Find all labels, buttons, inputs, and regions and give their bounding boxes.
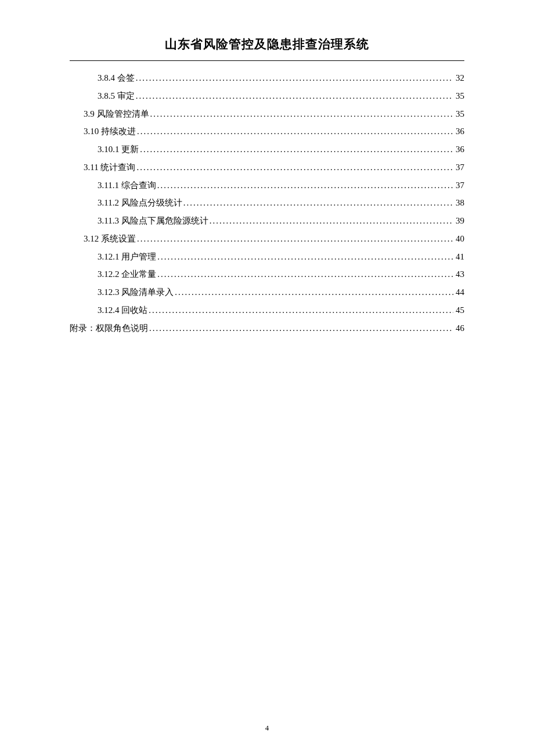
page-number: 4 — [0, 723, 534, 733]
toc-entry-label: 附录：权限角色说明 — [70, 319, 148, 337]
toc-entry-page: 37 — [453, 177, 464, 195]
toc-entry-label: 3.12.2 企业常量 — [98, 265, 156, 283]
toc-entry-page: 40 — [453, 230, 464, 248]
toc-entry-label: 3.11 统计查询 — [84, 159, 135, 177]
toc-leader-dots — [208, 212, 453, 230]
toc-entry[interactable]: 3.11.3 风险点下属危险源统计39 — [70, 212, 464, 230]
toc-leader-dots — [136, 230, 453, 248]
toc-leader-dots — [135, 87, 453, 105]
toc-entry[interactable]: 3.12.1 用户管理41 — [70, 248, 464, 266]
toc-entry-page: 38 — [453, 194, 464, 212]
toc-entry[interactable]: 附录：权限角色说明46 — [70, 319, 464, 337]
document-title: 山东省风险管控及隐患排查治理系统 — [70, 36, 464, 52]
toc-entry-page: 39 — [453, 212, 464, 230]
toc-entry-label: 3.8.5 审定 — [98, 87, 135, 105]
toc-entry[interactable]: 3.10.1 更新36 — [70, 141, 464, 159]
toc-entry-label: 3.12 系统设置 — [84, 230, 136, 248]
toc-leader-dots — [174, 283, 453, 301]
toc-entry[interactable]: 3.9 风险管控清单35 — [70, 105, 464, 123]
toc-entry-page: 36 — [453, 123, 464, 141]
toc-leader-dots — [156, 248, 453, 266]
toc-entry-label: 3.12.1 用户管理 — [98, 248, 156, 266]
toc-entry-page: 32 — [453, 69, 464, 87]
toc-entry-page: 46 — [453, 319, 464, 337]
toc-leader-dots — [135, 159, 453, 177]
toc-entry-label: 3.11.1 综合查询 — [98, 177, 156, 195]
toc-entry-label: 3.8.4 会签 — [98, 69, 135, 87]
toc-entry-page: 41 — [453, 248, 464, 266]
title-underline — [70, 60, 464, 61]
toc-leader-dots — [147, 301, 453, 319]
toc-leader-dots — [156, 177, 453, 195]
toc-entry[interactable]: 3.12.3 风险清单录入44 — [70, 283, 464, 301]
toc-leader-dots — [182, 194, 453, 212]
toc-leader-dots — [156, 265, 453, 283]
toc-leader-dots — [136, 123, 453, 141]
toc-entry[interactable]: 3.12 系统设置40 — [70, 230, 464, 248]
toc-entry-label: 3.11.2 风险点分级统计 — [98, 194, 182, 212]
toc-entry[interactable]: 3.11.1 综合查询37 — [70, 177, 464, 195]
toc-entry[interactable]: 3.12.2 企业常量43 — [70, 265, 464, 283]
toc-entry-label: 3.10 持续改进 — [84, 123, 136, 141]
toc-entry-label: 3.9 风险管控清单 — [84, 105, 149, 123]
toc-entry-page: 36 — [453, 141, 464, 159]
toc-entry-page: 35 — [453, 87, 464, 105]
toc-entry-page: 45 — [453, 301, 464, 319]
toc-entry-page: 35 — [453, 105, 464, 123]
toc-entry[interactable]: 3.11.2 风险点分级统计38 — [70, 194, 464, 212]
toc-entry[interactable]: 3.8.4 会签32 — [70, 69, 464, 87]
toc-leader-dots — [149, 105, 454, 123]
toc-leader-dots — [148, 319, 453, 337]
toc-entry[interactable]: 3.12.4 回收站45 — [70, 301, 464, 319]
toc-entry[interactable]: 3.10 持续改进36 — [70, 123, 464, 141]
toc-entry[interactable]: 3.11 统计查询37 — [70, 159, 464, 177]
toc-entry-page: 44 — [453, 283, 464, 301]
toc-entry-page: 43 — [453, 265, 464, 283]
toc-entry-page: 37 — [453, 159, 464, 177]
toc-entry-label: 3.12.4 回收站 — [98, 301, 147, 319]
toc-entry-label: 3.12.3 风险清单录入 — [98, 283, 174, 301]
toc-leader-dots — [135, 69, 453, 87]
toc-entry-label: 3.10.1 更新 — [98, 141, 139, 159]
toc-leader-dots — [139, 141, 453, 159]
toc-entry-label: 3.11.3 风险点下属危险源统计 — [98, 212, 208, 230]
document-page: 山东省风险管控及隐患排查治理系统 3.8.4 会签323.8.5 审定353.9… — [0, 0, 534, 337]
toc-entry[interactable]: 3.8.5 审定35 — [70, 87, 464, 105]
table-of-contents: 3.8.4 会签323.8.5 审定353.9 风险管控清单353.10 持续改… — [70, 69, 464, 337]
